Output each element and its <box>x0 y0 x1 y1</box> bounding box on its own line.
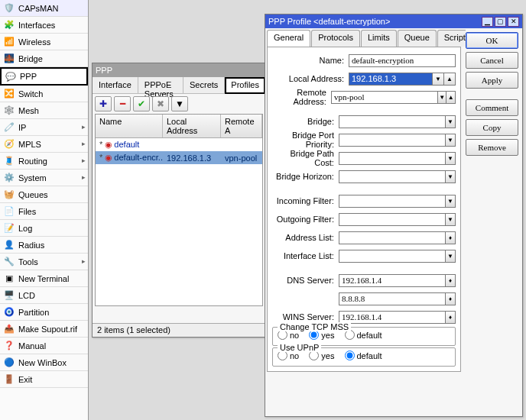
disable-button[interactable]: ✖ <box>152 96 169 111</box>
wins-toggle-icon[interactable]: ♦ <box>446 311 456 324</box>
table-row[interactable]: * ◉default <box>96 138 262 151</box>
log-icon: 📝 <box>3 222 15 234</box>
dialog-tab-queue[interactable]: Queue <box>398 30 437 47</box>
sidebar-item-label: Interfaces <box>18 21 55 30</box>
exit-icon: 🚪 <box>3 373 15 386</box>
bridge-toggle-icon[interactable]: ▼ <box>446 115 456 128</box>
dns-server-2-input[interactable] <box>339 292 446 305</box>
col-remote[interactable]: Remote A <box>221 115 262 137</box>
sidebar-item-files[interactable]: 📄Files <box>0 203 88 220</box>
wins-server-input[interactable] <box>339 311 446 324</box>
local-address-toggle-icon[interactable]: ▲ <box>444 73 456 86</box>
sidebar-item-mesh[interactable]: 🕸️Mesh <box>0 102 88 119</box>
sidebar-item-log[interactable]: 📝Log <box>0 220 88 237</box>
ok-button[interactable]: OK <box>466 32 518 49</box>
sidebar-item-interfaces[interactable]: 🧩Interfaces <box>0 17 88 34</box>
sidebar-item-new-winbox[interactable]: 🔵New WinBox <box>0 354 88 371</box>
local-address-input[interactable]: 192.168.1.3 <box>349 73 433 86</box>
profile-icon: ◉ <box>105 153 112 162</box>
remote-address-toggle-icon[interactable]: ▲ <box>446 91 456 104</box>
dialog-titlebar: PPP Profile <default-encryption> ▁ ▢ ✕ <box>265 15 522 28</box>
add-button[interactable]: ✚ <box>95 96 112 111</box>
sidebar-item-ppp[interactable]: 💬PPP <box>0 67 88 86</box>
dialog-tab-limits[interactable]: Limits <box>361 30 397 47</box>
upnp-default-radio[interactable]: default <box>345 351 382 360</box>
maximize-button[interactable]: ▢ <box>495 17 506 27</box>
infilter-toggle-icon[interactable]: ▼ <box>446 195 456 208</box>
sidebar-item-wireless[interactable]: 📶Wireless <box>0 34 88 50</box>
remote-address-input[interactable] <box>331 91 438 104</box>
dialog-tab-general[interactable]: General <box>267 30 310 47</box>
ppp-toolbar: ✚ ━ ✔ ✖ ▼ <box>93 94 265 114</box>
sidebar-item-make-supout-rif[interactable]: 📤Make Supout.rif <box>0 321 88 338</box>
iflist-toggle-icon[interactable]: ▼ <box>446 250 456 263</box>
close-button[interactable]: ✕ <box>508 17 519 27</box>
ppp-tab-secrets[interactable]: Secrets <box>183 77 225 94</box>
sidebar-item-label: New WinBox <box>18 358 67 367</box>
sidebar-item-queues[interactable]: 🧺Queues <box>0 186 88 203</box>
sidebar-item-switch[interactable]: 🔀Switch <box>0 86 88 102</box>
copy-button[interactable]: Copy <box>466 119 518 136</box>
submenu-icon: ▸ <box>82 140 86 147</box>
ppp-tab-interface[interactable]: Interface <box>93 77 138 94</box>
filter-button[interactable]: ▼ <box>171 96 188 111</box>
table-row[interactable]: * ◉default-encr...192.168.1.3vpn-pool <box>96 151 262 164</box>
addrlist-toggle-icon[interactable]: ♦ <box>446 231 456 244</box>
sidebar-item-system[interactable]: ⚙️System▸ <box>0 170 88 186</box>
bridge-horizon-input[interactable] <box>339 170 446 183</box>
sidebar-item-label: Log <box>18 224 32 233</box>
remove-button[interactable]: ━ <box>114 96 131 111</box>
col-name[interactable]: Name <box>96 115 163 137</box>
sidebar-item-new-terminal[interactable]: ▣New Terminal <box>0 270 88 287</box>
new-terminal-icon: ▣ <box>3 273 15 285</box>
sidebar-item-label: Make Supout.rif <box>18 325 77 334</box>
sidebar-item-radius[interactable]: 👤Radius <box>0 237 88 254</box>
mpls-icon: 🧭 <box>3 138 15 150</box>
name-input[interactable] <box>349 54 456 67</box>
bridge-label: Bridge: <box>272 117 339 126</box>
interface-list-input[interactable] <box>339 250 446 263</box>
dns1-toggle-icon[interactable]: ♦ <box>446 274 456 287</box>
files-icon: 📄 <box>3 205 15 218</box>
ppp-tab-pppoe-servers[interactable]: PPPoE Servers <box>138 77 183 94</box>
ppp-tab-profiles[interactable]: Profiles <box>225 77 265 94</box>
comment-button[interactable]: Comment <box>466 99 518 116</box>
bridge-path-cost-input[interactable] <box>339 152 446 165</box>
submenu-icon: ▸ <box>82 173 86 181</box>
wireless-icon: 📶 <box>3 36 15 48</box>
bridge-port-priority-input[interactable] <box>339 134 446 147</box>
sidebar-item-mpls[interactable]: 🧭MPLS▸ <box>0 136 88 153</box>
sidebar-item-label: Partition <box>18 308 49 317</box>
remote-address-dropdown-icon[interactable]: ▼ <box>438 91 447 104</box>
sidebar-item-lcd[interactable]: 🖥️LCD <box>0 287 88 304</box>
sidebar-item-tools[interactable]: 🔧Tools▸ <box>0 254 88 270</box>
minimize-button[interactable]: ▁ <box>482 17 493 27</box>
sidebar-item-bridge[interactable]: 🌉Bridge <box>0 50 88 67</box>
bpp-toggle-icon[interactable]: ▼ <box>446 134 456 147</box>
dns-server-1-input[interactable] <box>339 274 446 287</box>
address-list-input[interactable] <box>339 231 446 244</box>
local-address-dropdown-icon[interactable]: ▼ <box>433 73 444 86</box>
col-local[interactable]: Local Address <box>163 115 221 137</box>
sidebar-item-manual[interactable]: ❓Manual <box>0 338 88 354</box>
dialog-tab-protocols[interactable]: Protocols <box>311 30 360 47</box>
sidebar-item-routing[interactable]: 🧵Routing▸ <box>0 153 88 170</box>
dns2-toggle-icon[interactable]: ♦ <box>446 292 456 305</box>
sidebar-item-partition[interactable]: 🧿Partition <box>0 304 88 321</box>
capsman-icon: 🛡️ <box>3 2 15 15</box>
outfilter-toggle-icon[interactable]: ▼ <box>446 213 456 226</box>
remove-button[interactable]: Remove <box>466 139 518 156</box>
incoming-filter-input[interactable] <box>339 195 446 208</box>
cancel-button[interactable]: Cancel <box>466 52 518 69</box>
bh-toggle-icon[interactable]: ▼ <box>446 170 456 183</box>
enable-button[interactable]: ✔ <box>133 96 150 111</box>
sidebar-item-ip[interactable]: 🧷IP▸ <box>0 119 88 136</box>
outgoing-filter-input[interactable] <box>339 213 446 226</box>
sidebar-item-capsman[interactable]: 🛡️CAPsMAN <box>0 0 88 17</box>
dialog-tab-scripts[interactable]: Scripts <box>437 30 466 47</box>
bpc-toggle-icon[interactable]: ▼ <box>446 152 456 165</box>
sidebar-item-exit[interactable]: 🚪Exit <box>0 371 88 388</box>
apply-button[interactable]: Apply <box>466 72 518 89</box>
bridge-input[interactable] <box>339 115 446 128</box>
new-winbox-icon: 🔵 <box>3 357 15 369</box>
